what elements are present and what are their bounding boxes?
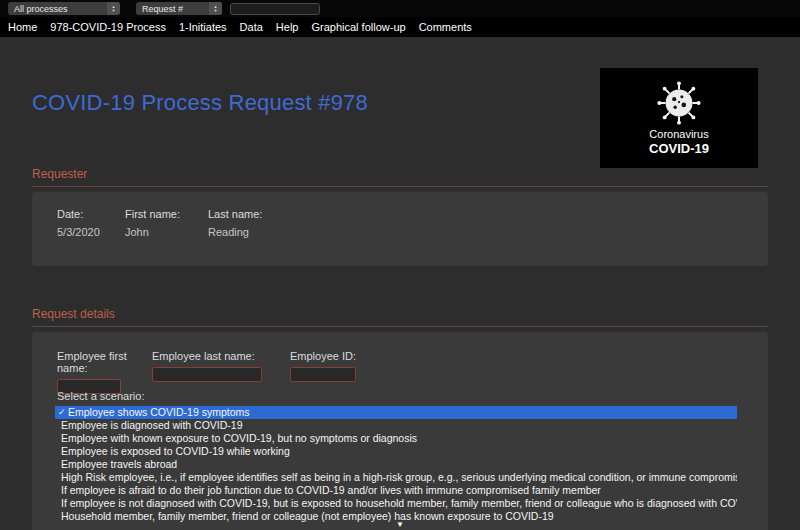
stepper-down-icon: ▼ [214, 9, 218, 13]
scenario-option-selected[interactable]: ✓ Employee shows COVID-19 symptoms [55, 406, 737, 419]
scenario-label: Select a scenario: [57, 390, 144, 402]
scenario-option[interactable]: Employee travels abroad [55, 458, 737, 471]
first-name-label: First name: [125, 208, 208, 220]
logo-caption: Coronavirus [649, 128, 708, 140]
scenario-option[interactable]: Employee is diagnosed with COVID-19 [55, 419, 737, 432]
employee-id-input[interactable] [290, 367, 356, 382]
request-details-panel: Employee first name: Employee last name:… [32, 332, 768, 530]
app-window: All processes ▲ ▼ Request # ▲ ▼ Home 978… [0, 0, 800, 530]
nav-item-data[interactable]: Data [240, 21, 263, 33]
scenario-option[interactable]: If employee is not diagnosed with COVID-… [55, 497, 737, 510]
scenario-option-label: Employee shows COVID-19 symptoms [68, 406, 249, 419]
page-title: COVID-19 Process Request #978 [32, 90, 368, 116]
employee-first-name-label: Employee first name: [57, 350, 152, 374]
requester-date-field: Date: 5/3/2020 [57, 208, 125, 238]
nav-item-graphical-follow-up[interactable]: Graphical follow-up [311, 21, 405, 33]
covid-logo: Coronavirus COVID-19 [600, 68, 758, 168]
scenario-option[interactable]: High Risk employee, i.e., if employee id… [55, 471, 737, 484]
employee-last-name-input[interactable] [152, 367, 262, 382]
requester-first-name-field: First name: John [125, 208, 208, 238]
topbar: All processes ▲ ▼ Request # ▲ ▼ [0, 0, 800, 17]
last-name-label: Last name: [208, 208, 262, 220]
employee-id-group: Employee ID: [290, 350, 356, 394]
employee-last-name-group: Employee last name: [152, 350, 290, 394]
requester-panel: Date: 5/3/2020 First name: John Last nam… [32, 192, 768, 266]
nav-item-initiates[interactable]: 1-Initiates [179, 21, 227, 33]
last-name-value: Reading [208, 226, 262, 238]
nav-item-help[interactable]: Help [276, 21, 299, 33]
coronavirus-icon [656, 80, 702, 126]
request-search-input[interactable] [230, 3, 320, 15]
scenario-option[interactable]: Employee is exposed to COVID-19 while wo… [55, 445, 737, 458]
nav-item-comments[interactable]: Comments [419, 21, 472, 33]
process-filter-value: All processes [14, 4, 68, 14]
nav-item-process[interactable]: 978-COVID-19 Process [50, 21, 166, 33]
date-value: 5/3/2020 [57, 226, 125, 238]
requester-heading: Requester [32, 167, 768, 187]
employee-last-name-label: Employee last name: [152, 350, 290, 362]
check-icon: ✓ [58, 406, 68, 419]
process-filter-select[interactable]: All processes ▲ ▼ [8, 2, 120, 15]
navbar: Home 978-COVID-19 Process 1-Initiates Da… [0, 17, 800, 37]
scenario-option[interactable]: If employee is afraid to do their job fu… [55, 484, 737, 497]
request-number-value: Request # [142, 4, 183, 14]
first-name-value: John [125, 226, 208, 238]
scenario-option[interactable]: Employee with known exposure to COVID-19… [55, 432, 737, 445]
date-label: Date: [57, 208, 125, 220]
requester-last-name-field: Last name: Reading [208, 208, 262, 238]
logo-title: COVID-19 [649, 141, 709, 156]
scenario-listbox: ✓ Employee shows COVID-19 symptoms Emplo… [55, 406, 737, 523]
stepper-icon: ▲ ▼ [209, 2, 222, 15]
request-number-select[interactable]: Request # ▲ ▼ [136, 2, 222, 15]
scroll-down-icon[interactable]: ▼ [32, 521, 768, 529]
employee-id-label: Employee ID: [290, 350, 356, 362]
nav-item-home[interactable]: Home [8, 21, 37, 33]
employee-first-name-group: Employee first name: [57, 350, 152, 394]
request-details-heading: Request details [32, 307, 768, 327]
stepper-down-icon: ▼ [112, 9, 116, 13]
stepper-icon: ▲ ▼ [107, 2, 120, 15]
